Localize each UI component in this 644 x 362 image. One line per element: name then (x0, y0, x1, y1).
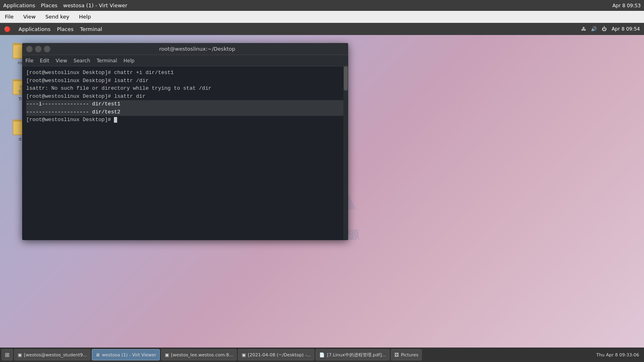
host-taskbar: ⊞ ▣ [westos@westos_student9... 🖥 westosa… (0, 348, 644, 362)
term-help-menu[interactable]: Help (124, 58, 134, 64)
host-task-item-2[interactable]: 🖥 westosa (1) - Virt Viewer (92, 349, 160, 360)
host-task-icon-3: ▣ (165, 352, 169, 358)
host-topbar: Applications Places westosa (1) - Virt V… (0, 0, 644, 11)
host-task-icon-4: ▣ (242, 352, 246, 358)
vv-sendkey-menu[interactable]: Send key (44, 13, 71, 21)
guest-terminal-menu[interactable]: Terminal (80, 26, 102, 32)
terminal-title: root@westoslinux:~/Desktop (50, 46, 344, 52)
guest-applications-menu[interactable]: Applications (19, 26, 50, 32)
term-search-menu[interactable]: Search (74, 58, 90, 64)
guest-time: Apr 8 09:54 (611, 26, 640, 32)
guest-volume-icon: 🔊 (591, 26, 597, 32)
host-task-label-4: [2021-04-08 (~/Desktop) -... (248, 352, 311, 358)
host-clock: Thu Apr 8 09:33:06 (596, 352, 642, 358)
terminal-minimize-btn[interactable]: ─ (26, 46, 33, 52)
host-task-icon-6: 🖼 (394, 352, 399, 358)
host-time: Apr 8 09:53 (612, 3, 641, 8)
virt-viewer-menubar: File View Send key Help (0, 11, 644, 23)
term-edit-menu[interactable]: Edit (40, 58, 49, 64)
term-line-4: [root@westoslinux Desktop]# lsattr dir (26, 93, 344, 101)
host-task-item-4[interactable]: ▣ [2021-04-08 (~/Desktop) -... (238, 349, 314, 360)
term-file-menu[interactable]: File (25, 58, 33, 64)
vv-help-menu[interactable]: Help (77, 13, 93, 21)
terminal-window: ─ □ ✕ root@westoslinux:~/Desktop File Ed… (22, 43, 348, 240)
terminal-close-btn[interactable]: ✕ (44, 46, 50, 52)
term-line-1: [root@westoslinux Desktop]# chattr +i di… (26, 69, 344, 77)
term-line-3: lsattr: No such file or directory while … (26, 84, 344, 93)
term-view-menu[interactable]: View (56, 58, 67, 64)
host-applications-menu[interactable]: Applications (3, 2, 35, 8)
term-terminal-menu[interactable]: Terminal (97, 58, 117, 64)
host-task-icon-2: 🖥 (95, 352, 100, 358)
term-line-5: ----i--------------- dir/test1 (26, 100, 344, 108)
guest-app-icon: 🔴 (4, 26, 10, 32)
terminal-maximize-btn[interactable]: □ (35, 46, 41, 52)
terminal-content[interactable]: [root@westoslinux Desktop]# chattr +i di… (22, 66, 348, 240)
terminal-scrollbar-thumb[interactable] (344, 66, 348, 90)
guest-topbar-right: 🖧 🔊 ⏻ Apr 8 09:54 (581, 26, 640, 32)
guest-network-icon: 🖧 (581, 26, 586, 32)
guest-desktop: 🔴 Applications Places Terminal 🖧 🔊 ⏻ Apr… (0, 23, 644, 362)
host-window-title: westosa (1) - Virt Viewer (63, 2, 128, 8)
term-line-2: [root@westoslinux Desktop]# lsattr /dir (26, 77, 344, 85)
guest-power-icon: ⏻ (602, 26, 607, 32)
host-places-menu[interactable]: Places (41, 2, 57, 8)
vv-file-menu[interactable]: File (3, 13, 15, 21)
host-task-item-1[interactable]: ▣ [westos@westos_student9... (14, 349, 91, 360)
guest-topbar-left: 🔴 Applications Places Terminal (4, 26, 102, 32)
terminal-scrollbar[interactable] (343, 66, 348, 240)
host-task-item-6[interactable]: 🖼 Pictures (391, 349, 422, 360)
vv-view-menu[interactable]: View (22, 13, 37, 21)
host-task-label-2: westosa (1) - Virt Viewer (102, 352, 156, 358)
term-line-7: [root@westoslinux Desktop]# (26, 116, 344, 124)
host-task-icon-5: 📄 (319, 352, 325, 358)
host-task-label-6: Pictures (401, 352, 419, 358)
host-task-label-1: [westos@westos_student9... (24, 352, 87, 358)
guest-topbar: 🔴 Applications Places Terminal 🖧 🔊 ⏻ Apr… (0, 23, 644, 35)
term-line-6: -------------------- dir/test2 (26, 108, 344, 116)
host-task-label-5: [7.Linux中的进程管理.pdf]... (327, 352, 386, 358)
host-topbar-right: Apr 8 09:53 (612, 3, 641, 8)
host-taskbar-apps-btn[interactable]: ⊞ (2, 349, 13, 360)
guest-places-menu[interactable]: Places (57, 26, 73, 32)
virt-viewer-window: File View Send key Help 🔴 Applications P… (0, 11, 644, 362)
window-buttons: ─ □ ✕ (26, 46, 50, 52)
host-task-item-5[interactable]: 📄 [7.Linux中的进程管理.pdf]... (316, 349, 390, 360)
host-task-icon-1: ▣ (18, 352, 22, 358)
host-topbar-left: Applications Places westosa (1) - Virt V… (3, 2, 127, 8)
terminal-titlebar: ─ □ ✕ root@westoslinux:~/Desktop (22, 43, 348, 55)
host-task-item-3[interactable]: ▣ [westos_lee.westos.com:8... (161, 349, 237, 360)
terminal-menubar: File Edit View Search Terminal Help (22, 55, 348, 66)
host-task-label-3: [westos_lee.westos.com:8... (171, 352, 233, 358)
